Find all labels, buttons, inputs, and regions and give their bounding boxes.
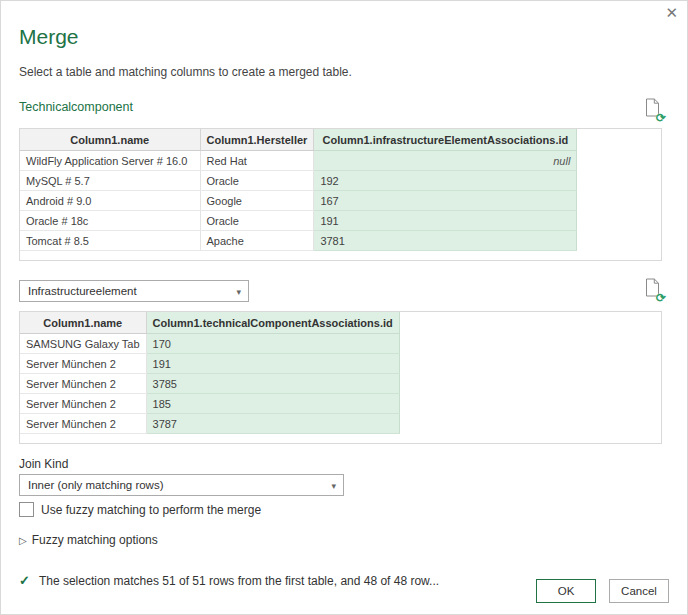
table-cell[interactable]: Oracle <box>200 171 314 191</box>
fuzzy-matching-label: Use fuzzy matching to perform the merge <box>41 503 261 517</box>
second-table: Column1.name Column1.technicalComponentA… <box>20 312 400 434</box>
status-message: The selection matches 51 of 51 rows from… <box>39 574 439 588</box>
fuzzy-matching-options-toggle[interactable]: ▷Fuzzy matching options <box>19 533 158 547</box>
table-row: Android # 9.0 Google 167 <box>20 191 577 211</box>
table-row: MySQL # 5.7 Oracle 192 <box>20 171 577 191</box>
second-table-preview: Column1.name Column1.technicalComponentA… <box>19 311 662 444</box>
table-row: Server München 2 185 <box>20 394 399 414</box>
table-cell[interactable]: Server München 2 <box>20 394 146 414</box>
join-kind-label: Join Kind <box>19 457 68 471</box>
table-row: Server München 2 3787 <box>20 414 399 434</box>
chevron-down-icon: ▾ <box>331 476 336 496</box>
refresh-icon: ⟳ <box>656 113 666 124</box>
close-icon[interactable]: ✕ <box>665 4 678 22</box>
table-row: Oracle # 18c Oracle 191 <box>20 211 577 231</box>
dialog-subtitle: Select a table and matching columns to c… <box>19 65 352 79</box>
table-cell[interactable]: Apache <box>200 231 314 251</box>
column-header[interactable]: Column1.Hersteller <box>200 129 314 151</box>
cancel-button[interactable]: Cancel <box>609 579 669 603</box>
table-cell[interactable]: Server München 2 <box>20 374 146 394</box>
expand-triangle-icon: ▷ <box>19 535 27 546</box>
column-header[interactable]: Column1.name <box>20 312 146 334</box>
table-cell[interactable]: 191 <box>146 354 399 374</box>
table-cell[interactable]: 185 <box>146 394 399 414</box>
table-header-row: Column1.name Column1.technicalComponentA… <box>20 312 399 334</box>
first-table-name: Technicalcomponent <box>19 100 133 114</box>
refresh-icon: ⟳ <box>656 293 666 304</box>
table-row: Server München 2 3785 <box>20 374 399 394</box>
table-cell[interactable]: 170 <box>146 334 399 354</box>
table-cell[interactable]: 3787 <box>146 414 399 434</box>
merge-dialog: ✕ Merge Select a table and matching colu… <box>0 0 688 615</box>
column-header-selected[interactable]: Column1.infrastructureElementAssociation… <box>314 129 577 151</box>
column-header[interactable]: Column1.name <box>20 129 200 151</box>
fuzzy-matching-checkbox[interactable] <box>19 502 34 517</box>
table-cell[interactable]: 3785 <box>146 374 399 394</box>
table-cell[interactable]: MySQL # 5.7 <box>20 171 200 191</box>
table-cell[interactable]: SAMSUNG Galaxy Tab <box>20 334 146 354</box>
table-cell[interactable]: 191 <box>314 211 577 231</box>
table-header-row: Column1.name Column1.Hersteller Column1.… <box>20 129 577 151</box>
success-check-icon: ✓ <box>19 573 30 588</box>
column-header-selected[interactable]: Column1.technicalComponentAssociations.i… <box>146 312 399 334</box>
fuzzy-matching-options-label: Fuzzy matching options <box>32 533 158 547</box>
join-kind-value: Inner (only matching rows) <box>28 479 164 491</box>
table-cell[interactable]: 3781 <box>314 231 577 251</box>
table-cell[interactable]: Oracle # 18c <box>20 211 200 231</box>
table-cell[interactable]: 192 <box>314 171 577 191</box>
table-cell[interactable]: null <box>314 151 577 171</box>
chevron-down-icon: ▾ <box>236 282 241 302</box>
table-cell[interactable]: 167 <box>314 191 577 211</box>
table-row: Server München 2 191 <box>20 354 399 374</box>
table-cell[interactable]: Oracle <box>200 211 314 231</box>
table-row: Tomcat # 8.5 Apache 3781 <box>20 231 577 251</box>
table-cell[interactable]: Server München 2 <box>20 354 146 374</box>
join-kind-select[interactable]: Inner (only matching rows) ▾ <box>19 474 344 496</box>
table-cell[interactable]: WildFly Application Server # 16.0 <box>20 151 200 171</box>
second-table-selector[interactable]: Infrastructureelement ▾ <box>19 280 249 302</box>
table-cell[interactable]: Red Hat <box>200 151 314 171</box>
refresh-preview-icon[interactable]: ⟳ <box>645 278 663 300</box>
dialog-title: Merge <box>19 25 79 49</box>
table-row: SAMSUNG Galaxy Tab 170 <box>20 334 399 354</box>
status-bar: ✓The selection matches 51 of 51 rows fro… <box>19 573 489 588</box>
table-cell[interactable]: Server München 2 <box>20 414 146 434</box>
fuzzy-matching-row[interactable]: Use fuzzy matching to perform the merge <box>19 502 261 517</box>
table-row: WildFly Application Server # 16.0 Red Ha… <box>20 151 577 171</box>
refresh-preview-icon[interactable]: ⟳ <box>645 98 663 120</box>
ok-button[interactable]: OK <box>536 579 596 603</box>
first-table: Column1.name Column1.Hersteller Column1.… <box>20 129 577 251</box>
table-cell[interactable]: Android # 9.0 <box>20 191 200 211</box>
table-cell[interactable]: Tomcat # 8.5 <box>20 231 200 251</box>
first-table-preview: Column1.name Column1.Hersteller Column1.… <box>19 128 662 261</box>
second-table-selector-value: Infrastructureelement <box>28 285 137 297</box>
table-cell[interactable]: Google <box>200 191 314 211</box>
